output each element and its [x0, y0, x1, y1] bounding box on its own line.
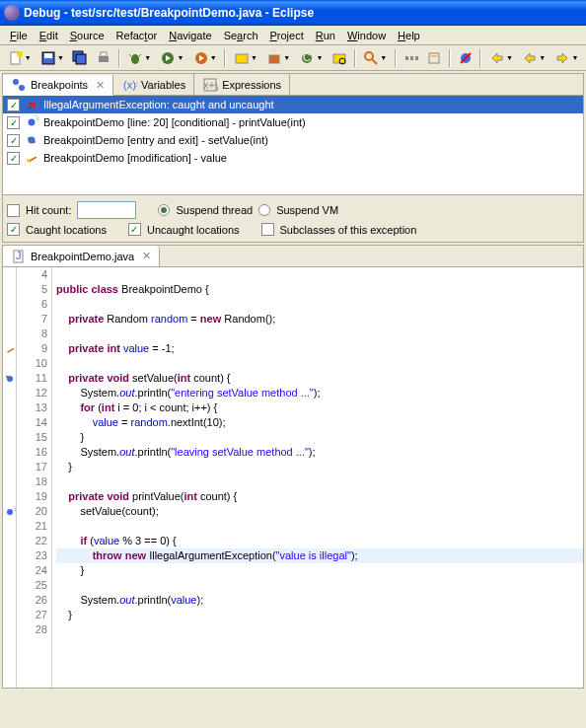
menu-source[interactable]: Source — [64, 28, 110, 43]
new-class-button[interactable]: C▼ — [296, 47, 327, 69]
menu-window[interactable]: Window — [341, 28, 392, 43]
line-number: 8 — [17, 327, 47, 341]
java-file-icon: J — [11, 249, 27, 264]
svg-rect-26 — [429, 53, 439, 63]
line-number: 11 — [17, 371, 47, 386]
back-button[interactable]: ▼ — [519, 47, 549, 69]
line-number: 18 — [17, 474, 47, 489]
line-number: 26 — [17, 593, 47, 608]
menu-project[interactable]: Project — [264, 28, 310, 43]
editor-tab[interactable]: J BreakpointDemo.java ✕ — [3, 246, 160, 266]
svg-point-39 — [29, 119, 36, 126]
tab-breakpoints-label: Breakpoints — [31, 79, 88, 91]
hit-count-label: Hit count: — [26, 204, 71, 216]
toggle-mark-button[interactable] — [423, 47, 445, 69]
breakpoint-checkbox[interactable]: ✓ — [7, 116, 20, 129]
hit-count-checkbox[interactable] — [7, 204, 20, 217]
skip-breakpoints-button[interactable] — [455, 47, 476, 69]
line-number: 7 — [17, 312, 47, 327]
tab-breakpoints[interactable]: Breakpoints ✕ — [3, 75, 113, 96]
new-java-project-button[interactable]: ▼ — [230, 47, 260, 69]
line-number: 15 — [17, 430, 47, 445]
run-last-button[interactable]: ▼ — [189, 47, 220, 69]
svg-rect-5 — [76, 54, 86, 64]
new-package-button[interactable]: ▼ — [263, 47, 294, 69]
marker-column[interactable]: ? — [3, 267, 17, 688]
tab-expressions-label: Expressions — [222, 79, 281, 91]
menu-refactor[interactable]: Refactor — [110, 28, 164, 43]
save-button[interactable]: ▼ — [37, 47, 67, 69]
print-button[interactable] — [93, 47, 114, 69]
subclasses-checkbox[interactable] — [261, 223, 274, 236]
menu-file[interactable]: File — [4, 28, 34, 43]
breakpoint-options: Hit count: Suspend thread Suspend VM Cau… — [3, 194, 583, 242]
suspend-thread-radio[interactable] — [158, 204, 170, 216]
line-breakpoint-marker-icon: ? — [4, 506, 16, 518]
watchpoint-icon — [24, 150, 39, 166]
tab-expressions[interactable]: x+y Expressions — [194, 74, 290, 95]
line-number: 20 — [17, 504, 47, 519]
caught-checkbox[interactable] — [7, 223, 20, 236]
line-number: 16 — [17, 445, 47, 460]
close-icon[interactable]: ✕ — [142, 250, 151, 262]
breakpoint-checkbox[interactable]: ✓ — [7, 152, 20, 165]
svg-text:?: ? — [36, 115, 39, 122]
open-type-button[interactable] — [329, 47, 350, 69]
menu-navigate[interactable]: Navigate — [163, 28, 217, 43]
line-number: 25 — [17, 578, 47, 593]
svg-point-51 — [7, 509, 13, 515]
line-number: 21 — [17, 519, 47, 534]
editor-tabs: J BreakpointDemo.java ✕ — [3, 246, 583, 267]
breakpoint-item[interactable]: ✓ ? BreakpointDemo [line: 20] [condition… — [3, 113, 583, 131]
line-number: 6 — [17, 297, 47, 312]
hit-count-input[interactable] — [77, 201, 136, 219]
tab-variables[interactable]: (x)= Variables — [113, 74, 194, 95]
breakpoint-item[interactable]: ✓ BreakpointDemo [modification] - value — [3, 149, 583, 167]
menu-edit[interactable]: Edit — [34, 28, 64, 43]
svg-point-34 — [19, 85, 25, 91]
line-number: 19 — [17, 489, 47, 504]
run-button[interactable]: ▼ — [157, 47, 187, 69]
new-button[interactable]: ▼ — [4, 47, 35, 69]
last-edit-button[interactable]: ▼ — [485, 47, 516, 69]
svg-rect-6 — [99, 56, 109, 62]
forward-button[interactable]: ▼ — [551, 47, 582, 69]
breakpoint-item[interactable]: ✓ BreakpointDemo [entry and exit] - setV… — [3, 131, 583, 149]
code-area[interactable]: public class BreakpointDemo { private Ra… — [52, 267, 583, 688]
editor-content[interactable]: ? 4 5 6 7 8 9 10 11 12 13 14 15 16 17 18 — [3, 267, 583, 688]
svg-line-10 — [139, 54, 141, 56]
uncaught-checkbox[interactable] — [128, 223, 141, 236]
close-icon[interactable]: ✕ — [96, 79, 105, 92]
breakpoint-checkbox[interactable]: ✓ — [7, 134, 20, 147]
breakpoint-item[interactable]: ✓ J! IllegalArgumentException: caught an… — [3, 96, 583, 113]
breakpoint-label: BreakpointDemo [entry and exit] - setVal… — [43, 134, 268, 146]
expressions-icon: x+y — [202, 77, 218, 93]
svg-marker-32 — [557, 53, 567, 63]
svg-rect-24 — [410, 56, 413, 60]
caught-label: Caught locations — [26, 224, 107, 236]
line-number: 10 — [17, 356, 47, 371]
menu-help[interactable]: Help — [392, 28, 426, 43]
subclasses-label: Subclasses of this exception — [280, 224, 417, 236]
svg-point-45 — [27, 159, 31, 163]
debug-button[interactable]: ▼ — [124, 47, 155, 69]
toolbar: ▼ ▼ ▼ ▼ ▼ ▼ ▼ C▼ ▼ ▼ ▼ ▼ — [0, 45, 586, 71]
toggle-breadcrumb-button[interactable] — [401, 47, 422, 69]
line-number-gutter[interactable]: 4 5 6 7 8 9 10 11 12 13 14 15 16 17 18 1… — [17, 267, 52, 688]
search-button[interactable]: ▼ — [360, 47, 391, 69]
variables-icon: (x)= — [121, 77, 137, 93]
save-all-button[interactable] — [70, 47, 92, 69]
svg-rect-3 — [44, 53, 52, 58]
exception-breakpoint-icon: J! — [24, 97, 39, 112]
breakpoint-checkbox[interactable]: ✓ — [7, 99, 20, 111]
menu-run[interactable]: Run — [310, 28, 341, 43]
method-breakpoint-icon — [24, 132, 39, 148]
suspend-vm-label: Suspend VM — [276, 204, 338, 216]
line-number: 17 — [17, 460, 47, 474]
suspend-vm-radio[interactable] — [258, 204, 270, 216]
svg-point-8 — [131, 54, 139, 64]
line-number: 28 — [17, 622, 47, 637]
svg-text:?: ? — [13, 506, 16, 513]
breakpoint-label: BreakpointDemo [modification] - value — [43, 152, 227, 164]
menu-search[interactable]: Search — [218, 28, 264, 43]
